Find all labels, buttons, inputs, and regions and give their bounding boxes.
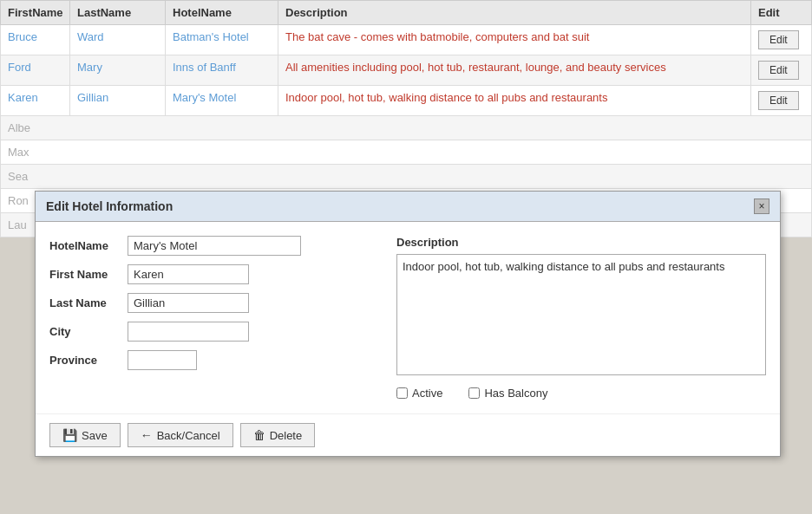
lastname-input[interactable] bbox=[128, 293, 249, 313]
firstname-row: First Name bbox=[49, 264, 379, 284]
cell-edit: Edit bbox=[751, 55, 812, 86]
balcony-checkbox[interactable] bbox=[468, 387, 480, 399]
truncated-cell: Albe bbox=[1, 116, 812, 140]
province-input[interactable] bbox=[128, 350, 197, 370]
city-input[interactable] bbox=[128, 322, 249, 342]
edit-button[interactable]: Edit bbox=[758, 61, 799, 80]
city-row: City bbox=[49, 322, 379, 342]
table-row: Sea bbox=[1, 165, 812, 189]
hotelname-input[interactable] bbox=[128, 236, 301, 256]
delete-icon: 🗑 bbox=[253, 428, 265, 442]
cell-hotelname: Batman's Hotel bbox=[166, 25, 278, 55]
cell-firstname: Karen bbox=[1, 86, 70, 116]
table-row: KarenGillianMary's MotelIndoor pool, hot… bbox=[1, 86, 812, 116]
city-label: City bbox=[49, 325, 128, 338]
modal-body: HotelName First Name Last Name City Prov… bbox=[36, 222, 780, 413]
table-row: Max bbox=[1, 140, 812, 165]
modal-close-button[interactable]: × bbox=[754, 198, 769, 214]
lastname-row: Last Name bbox=[49, 293, 379, 313]
firstname-input[interactable] bbox=[128, 264, 249, 284]
cell-hotelname: Mary's Motel bbox=[166, 86, 278, 116]
save-button[interactable]: 💾 Save bbox=[49, 423, 121, 447]
modal-form-left: HotelName First Name Last Name City Prov… bbox=[49, 236, 379, 400]
back-cancel-button[interactable]: ← Back/Cancel bbox=[128, 423, 233, 447]
save-icon: 💾 bbox=[62, 428, 77, 442]
col-header-description: Description bbox=[278, 1, 751, 25]
edit-button[interactable]: Edit bbox=[758, 30, 799, 49]
description-label: Description bbox=[396, 236, 766, 249]
cell-edit: Edit bbox=[751, 86, 812, 116]
truncated-cell: Max bbox=[1, 140, 812, 165]
col-header-lastname: LastName bbox=[70, 1, 166, 25]
table-header-row: FirstName LastName HotelName Description… bbox=[1, 1, 812, 25]
cell-firstname: Ford bbox=[1, 55, 70, 86]
table-row: FordMaryInns of BanffAll amenities inclu… bbox=[1, 55, 812, 86]
hotelname-label: HotelName bbox=[49, 239, 128, 252]
edit-button[interactable]: Edit bbox=[758, 91, 799, 110]
col-header-edit: Edit bbox=[751, 1, 812, 25]
modal-footer: 💾 Save ← Back/Cancel 🗑 Delete bbox=[36, 413, 780, 456]
firstname-label: First Name bbox=[49, 268, 128, 281]
cell-lastname: Gillian bbox=[70, 86, 166, 116]
back-cancel-label: Back/Cancel bbox=[157, 429, 220, 442]
modal-form-right: Description Indoor pool, hot tub, walkin… bbox=[396, 236, 766, 400]
table-row: Albe bbox=[1, 116, 812, 140]
col-header-hotelname: HotelName bbox=[166, 1, 278, 25]
table-row: BruceWardBatman's HotelThe bat cave - co… bbox=[1, 25, 812, 55]
description-textarea[interactable]: Indoor pool, hot tub, walking distance t… bbox=[396, 254, 766, 375]
truncated-cell: Sea bbox=[1, 165, 812, 189]
cell-description: All amenities including pool, hot tub, r… bbox=[278, 55, 751, 86]
edit-hotel-modal: Edit Hotel Information × HotelName First… bbox=[35, 191, 781, 457]
cell-description: The bat cave - comes with batmobile, com… bbox=[278, 25, 751, 55]
cell-firstname: Bruce bbox=[1, 25, 70, 55]
delete-button[interactable]: 🗑 Delete bbox=[240, 423, 316, 447]
checkboxes-row: Active Has Balcony bbox=[396, 387, 766, 400]
active-checkbox[interactable] bbox=[396, 387, 408, 399]
province-label: Province bbox=[49, 354, 128, 367]
modal-header: Edit Hotel Information × bbox=[36, 192, 780, 222]
balcony-checkbox-item: Has Balcony bbox=[468, 387, 547, 400]
lastname-label: Last Name bbox=[49, 296, 128, 309]
province-row: Province bbox=[49, 350, 379, 370]
col-header-firstname: FirstName bbox=[1, 1, 70, 25]
cell-lastname: Mary bbox=[70, 55, 166, 86]
delete-label: Delete bbox=[270, 429, 303, 442]
hotelname-row: HotelName bbox=[49, 236, 379, 256]
cell-hotelname: Inns of Banff bbox=[166, 55, 278, 86]
cell-edit: Edit bbox=[751, 25, 812, 55]
cell-description: Indoor pool, hot tub, walking distance t… bbox=[278, 86, 751, 116]
save-label: Save bbox=[82, 429, 108, 442]
active-checkbox-item: Active bbox=[396, 387, 442, 400]
cell-lastname: Ward bbox=[70, 25, 166, 55]
back-icon: ← bbox=[141, 428, 153, 442]
balcony-label: Has Balcony bbox=[484, 387, 547, 400]
modal-title: Edit Hotel Information bbox=[46, 199, 173, 213]
active-label: Active bbox=[412, 387, 442, 400]
